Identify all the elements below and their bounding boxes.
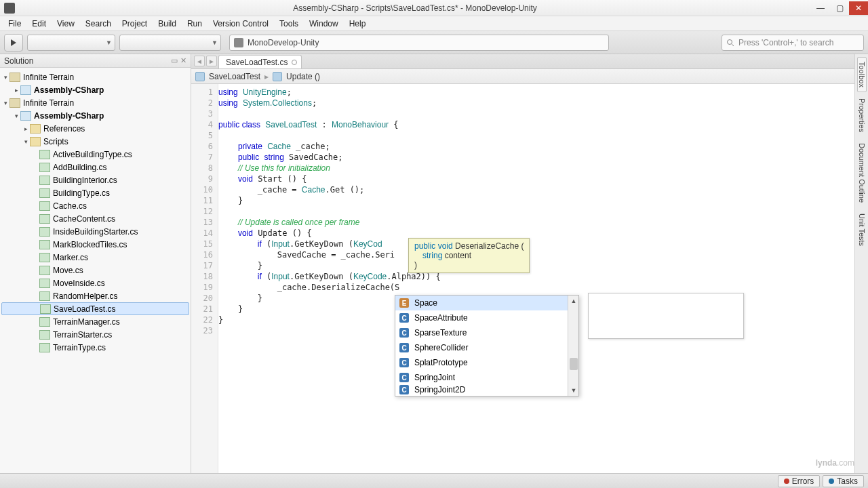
tree-item[interactable]: ▸References: [1, 122, 189, 135]
nav-forward-button[interactable]: ►: [206, 56, 217, 66]
solution-tree[interactable]: ▾Infinite Terrain▸Assembly-CSharp▾Infini…: [0, 68, 191, 357]
svg-point-1: [728, 39, 732, 44]
autocomplete-item[interactable]: CSphereCollider: [395, 340, 568, 355]
autocomplete-item[interactable]: CSplatPrototype: [395, 355, 568, 370]
menu-version-control[interactable]: Version Control: [208, 16, 274, 31]
menu-help[interactable]: Help: [344, 16, 372, 31]
tree-item[interactable]: AddBuilding.cs: [1, 161, 189, 174]
tree-item[interactable]: MoveInside.cs: [1, 277, 189, 289]
autocomplete-scrollbar[interactable]: ▲ ▼: [568, 296, 578, 396]
watermark: lynda.com: [816, 449, 854, 470]
menu-project[interactable]: Project: [117, 16, 153, 31]
menu-window[interactable]: Window: [304, 16, 344, 31]
panel-dock-button[interactable]: ▭: [171, 56, 178, 65]
status-bar: Errors Tasks: [0, 473, 868, 488]
nav-back-button[interactable]: ◄: [194, 56, 205, 66]
tree-item[interactable]: RandomHelper.cs: [1, 289, 189, 302]
close-button[interactable]: ✕: [849, 1, 868, 15]
signature-tooltip: public void DeserializeCache ( string co…: [408, 238, 530, 273]
panel-close-button[interactable]: ✕: [180, 56, 186, 65]
menu-tools[interactable]: Tools: [274, 16, 304, 31]
tree-item[interactable]: BuildingInterior.cs: [1, 174, 189, 186]
tree-item[interactable]: ▾Assembly-CSharp: [1, 109, 189, 122]
menu-view[interactable]: View: [52, 16, 80, 31]
title-bar: Assembly-CSharp - Scripts\SaveLoadTest.c…: [0, 0, 868, 16]
tree-item[interactable]: BuildingType.cs: [1, 186, 189, 199]
tree-item[interactable]: MarkBlockedTiles.cs: [1, 238, 189, 251]
file-tab[interactable]: SaveLoadTest.cs: [218, 55, 302, 68]
autocomplete-item[interactable]: ESpace: [395, 296, 568, 310]
svg-line-2: [732, 44, 734, 46]
tree-item[interactable]: Move.cs: [1, 264, 189, 277]
right-tool-strip: ToolboxPropertiesDocument OutlineUnit Te…: [854, 54, 868, 473]
tree-item[interactable]: TerrainManager.cs: [1, 315, 189, 328]
svg-marker-0: [11, 39, 16, 46]
tree-item[interactable]: Cache.cs: [1, 199, 189, 212]
platform-icon: [234, 38, 243, 47]
tab-dirty-icon: [292, 60, 297, 65]
toolbar: ▼ ▼ MonoDevelop-Unity Press 'Control+,' …: [0, 31, 868, 54]
search-icon: [726, 39, 734, 47]
autocomplete-docbox: [588, 293, 744, 339]
tree-item[interactable]: ▾Infinite Terrain: [1, 70, 189, 83]
tab-row: ◄ ► SaveLoadTest.cs: [191, 54, 854, 69]
menu-run[interactable]: Run: [182, 16, 208, 31]
app-icon: [4, 3, 15, 14]
global-search[interactable]: Press 'Control+,' to search: [722, 35, 864, 51]
menu-bar: FileEditViewSearchProjectBuildRunVersion…: [0, 16, 868, 31]
run-button[interactable]: [4, 34, 23, 52]
tree-item[interactable]: TerrainType.cs: [1, 341, 189, 354]
tree-item[interactable]: ▸Assembly-CSharp: [1, 83, 189, 96]
menu-edit[interactable]: Edit: [26, 16, 52, 31]
tree-item[interactable]: Marker.cs: [1, 251, 189, 264]
menu-search[interactable]: Search: [80, 16, 117, 31]
window-title: Assembly-CSharp - Scripts\SaveLoadTest.c…: [19, 3, 811, 13]
tree-item[interactable]: ActiveBuildingType.cs: [1, 148, 189, 161]
editor: ◄ ► SaveLoadTest.cs SaveLoadTest ▸ Updat…: [191, 54, 854, 473]
config-combo[interactable]: ▼: [27, 35, 115, 51]
class-icon: [195, 72, 205, 81]
tree-item[interactable]: ▾Scripts: [1, 135, 189, 148]
side-tab-document-outline[interactable]: Document Outline: [857, 138, 867, 207]
tree-item[interactable]: SaveLoadTest.cs: [1, 302, 189, 315]
autocomplete-item[interactable]: CSpringJoint: [395, 370, 568, 385]
errors-button[interactable]: Errors: [778, 475, 821, 487]
side-tab-unit-tests[interactable]: Unit Tests: [857, 209, 867, 251]
target-combo[interactable]: ▼: [119, 35, 221, 51]
tree-item[interactable]: CacheContent.cs: [1, 212, 189, 225]
autocomplete-item[interactable]: CSparseTexture: [395, 325, 568, 340]
menu-build[interactable]: Build: [153, 16, 182, 31]
side-tab-toolbox[interactable]: Toolbox: [857, 57, 867, 92]
method-icon: [273, 72, 282, 81]
solution-panel: Solution ▭ ✕ ▾Infinite Terrain▸Assembly-…: [0, 54, 191, 473]
minimize-button[interactable]: —: [811, 1, 830, 15]
code-area[interactable]: 1using UnityEngine;2using System.Collect…: [191, 84, 854, 473]
platform-field[interactable]: MonoDevelop-Unity: [229, 35, 609, 51]
tasks-button[interactable]: Tasks: [823, 475, 864, 487]
tree-item[interactable]: InsideBuildingStarter.cs: [1, 225, 189, 238]
menu-file[interactable]: File: [3, 16, 26, 31]
tree-item[interactable]: TerrainStarter.cs: [1, 328, 189, 341]
autocomplete-item[interactable]: CSpaceAttribute: [395, 310, 568, 325]
solution-header: Solution ▭ ✕: [0, 54, 191, 68]
breadcrumb[interactable]: SaveLoadTest ▸ Update (): [191, 69, 854, 84]
autocomplete-popup[interactable]: ESpaceCSpaceAttributeCSparseTextureCSphe…: [395, 295, 579, 396]
maximize-button[interactable]: ▢: [830, 1, 849, 15]
side-tab-properties[interactable]: Properties: [857, 94, 867, 137]
tree-item[interactable]: ▾Infinite Terrain: [1, 96, 189, 109]
